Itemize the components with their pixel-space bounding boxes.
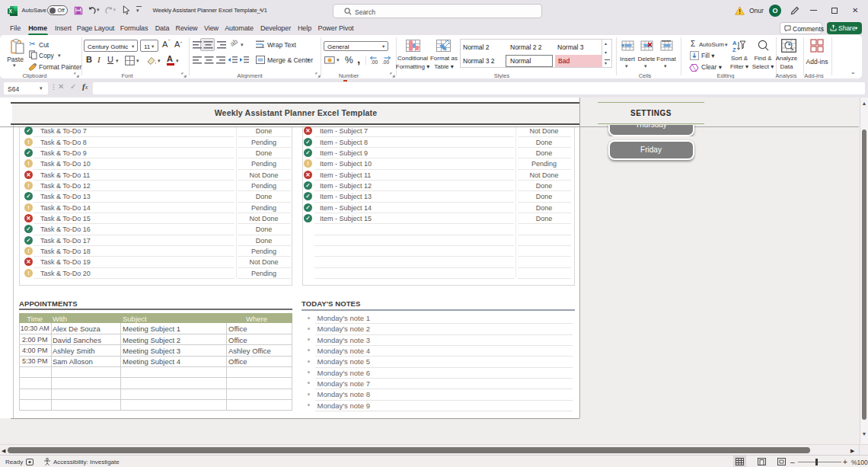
svg-text:.00: .00 xyxy=(371,59,378,65)
svg-text:X: X xyxy=(9,8,13,14)
svg-text:Z: Z xyxy=(732,46,736,53)
svg-text:.00: .00 xyxy=(382,59,389,65)
